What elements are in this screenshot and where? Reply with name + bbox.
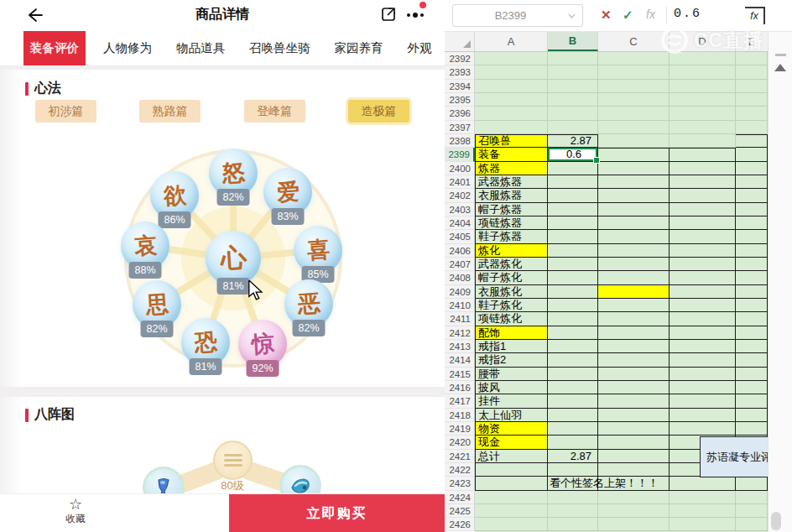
share-icon[interactable] — [380, 6, 397, 23]
cell-E2418[interactable] — [736, 409, 768, 422]
cell-B2426[interactable] — [548, 518, 598, 531]
cell-E2423[interactable] — [736, 477, 768, 490]
cell-B2398[interactable]: 2.87 — [548, 134, 598, 148]
cell-D2404[interactable] — [670, 216, 736, 230]
cell-A2404[interactable]: 项链炼器 — [475, 216, 548, 230]
cell-A2405[interactable]: 鞋子炼器 — [475, 230, 548, 243]
cell-B2414[interactable] — [548, 353, 598, 367]
cell-B2409[interactable] — [548, 285, 598, 299]
cell-E2393[interactable] — [736, 65, 768, 79]
cell-E2413[interactable] — [736, 340, 768, 353]
cell-A2414[interactable]: 戒指2 — [475, 353, 548, 367]
row-header-2408[interactable]: 2408 — [445, 271, 475, 284]
scrollbar-thumb[interactable] — [771, 512, 781, 530]
cell-A2396[interactable] — [475, 107, 548, 120]
cell-C2425[interactable] — [598, 504, 670, 518]
row-header-2421[interactable]: 2421 — [445, 450, 475, 463]
cell-C2419[interactable] — [598, 422, 670, 436]
cell-A2399[interactable]: 装备 — [475, 148, 548, 161]
cell-E2403[interactable] — [736, 203, 768, 216]
cell-D2424[interactable] — [670, 491, 736, 504]
cell-D2392[interactable] — [670, 52, 736, 65]
cell-D2415[interactable] — [670, 368, 736, 381]
cell-B2393[interactable] — [548, 65, 598, 79]
cell-A2406[interactable]: 炼化 — [475, 244, 548, 258]
tab-pets-mounts[interactable]: 召唤兽坐骑 — [249, 31, 310, 65]
cell-D2405[interactable] — [670, 230, 736, 243]
cell-B2420[interactable] — [548, 436, 598, 449]
cell-B2425[interactable] — [548, 504, 598, 518]
cell-E2397[interactable] — [736, 121, 768, 134]
row-header-2425[interactable]: 2425 — [445, 504, 475, 518]
cell-A2417[interactable]: 挂件 — [475, 394, 548, 408]
row-header-2422[interactable]: 2422 — [445, 463, 475, 477]
cell-D2417[interactable] — [670, 394, 736, 408]
cell-C2400[interactable] — [598, 162, 670, 175]
split-handle[interactable] — [775, 54, 786, 56]
cell-A2394[interactable] — [475, 80, 548, 93]
cell-A2422[interactable] — [475, 463, 548, 477]
cell-A2397[interactable] — [475, 121, 548, 134]
cell-C2418[interactable] — [598, 409, 670, 422]
tab-items[interactable]: 物品道具 — [176, 31, 225, 65]
cell-A2415[interactable]: 腰带 — [475, 368, 548, 381]
row-header-2420[interactable]: 2420 — [445, 436, 475, 449]
cell-E2402[interactable] — [736, 189, 768, 202]
tab-home[interactable]: 家园养育 — [335, 31, 383, 65]
cell-D2394[interactable] — [670, 80, 736, 93]
cell-E2409[interactable] — [736, 285, 768, 299]
row-header-2395[interactable]: 2395 — [445, 93, 475, 107]
more-icon[interactable] — [404, 9, 426, 21]
cell-A2424[interactable] — [475, 491, 548, 504]
row-header-2412[interactable]: 2412 — [445, 326, 475, 340]
row-header-2426[interactable]: 2426 — [445, 518, 475, 531]
cell-A2425[interactable] — [475, 504, 548, 518]
cell-B2422[interactable] — [548, 463, 598, 477]
favorite-button[interactable]: ☆ 收藏 — [57, 497, 94, 525]
vertical-scrollbar[interactable] — [768, 32, 792, 532]
cell-B2417[interactable] — [548, 394, 598, 408]
cell-B2406[interactable] — [548, 244, 598, 258]
cell-C2417[interactable] — [598, 394, 670, 408]
cell-A2418[interactable]: 太上仙羽 — [475, 409, 548, 422]
cell-D2403[interactable] — [670, 203, 736, 216]
row-header-2413[interactable]: 2413 — [445, 340, 475, 353]
cell-C2393[interactable] — [598, 65, 670, 79]
cell-E2399[interactable] — [736, 148, 768, 161]
row-header-2407[interactable]: 2407 — [445, 258, 475, 271]
row-header-2392[interactable]: 2392 — [445, 52, 475, 65]
row-header-2401[interactable]: 2401 — [445, 175, 475, 189]
cell-A2392[interactable] — [475, 52, 548, 65]
cell-A2398[interactable]: 召唤兽 — [475, 134, 548, 148]
cell-B2410[interactable] — [548, 299, 598, 312]
cell-A2403[interactable]: 帽子炼器 — [475, 203, 548, 216]
cell-E2419[interactable] — [736, 422, 768, 436]
cell-E2424[interactable] — [736, 491, 768, 504]
cell-E2404[interactable] — [736, 216, 768, 230]
cell-E2406[interactable] — [736, 244, 768, 258]
row-header-2402[interactable]: 2402 — [445, 189, 475, 202]
cell-C2401[interactable] — [598, 175, 670, 189]
cell-E2401[interactable] — [736, 175, 768, 189]
cell-D2396[interactable] — [670, 107, 736, 120]
column-header-d[interactable]: D — [670, 32, 736, 51]
cell-E2414[interactable] — [736, 353, 768, 367]
formula-bar-input[interactable]: 0.6 — [674, 7, 741, 21]
row-header-2403[interactable]: 2403 — [445, 203, 475, 216]
cell-D2398[interactable] — [670, 134, 736, 148]
cell-A2412[interactable]: 配饰 — [475, 326, 548, 340]
appraisal-note-cell[interactable]: 苏语凝专业评估 — [700, 436, 768, 477]
cell-A2413[interactable]: 戒指1 — [475, 340, 548, 353]
cell-E2395[interactable] — [736, 93, 768, 107]
cell-D2414[interactable] — [670, 353, 736, 367]
cell-A2426[interactable] — [475, 518, 548, 531]
cell-E2392[interactable] — [736, 52, 768, 65]
cell-C2408[interactable] — [598, 271, 670, 284]
cell-C2406[interactable] — [598, 244, 670, 258]
column-header-c[interactable]: C — [598, 32, 670, 51]
cell-D2425[interactable] — [670, 504, 736, 518]
cell-B2424[interactable] — [548, 491, 598, 504]
cell-B2418[interactable] — [548, 409, 598, 422]
cell-E2396[interactable] — [736, 107, 768, 120]
cell-A2408[interactable]: 帽子炼化 — [475, 271, 548, 284]
